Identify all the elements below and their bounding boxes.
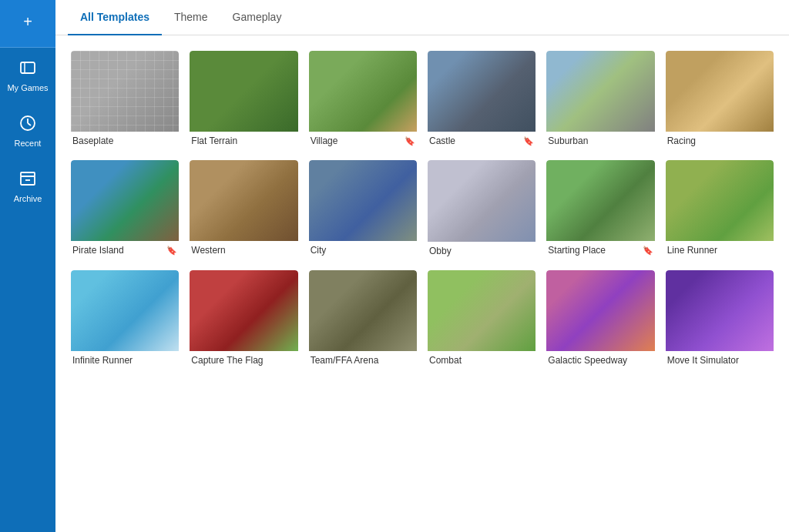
- template-label-pirate-island: Pirate Island🔖: [71, 241, 179, 259]
- template-card-starting-place[interactable]: Starting Place🔖: [546, 160, 654, 259]
- template-label-village: Village🔖: [309, 132, 417, 149]
- template-thumb-city: [309, 160, 417, 241]
- template-card-castle[interactable]: Castle🔖: [428, 51, 536, 149]
- template-label-city: City: [309, 241, 417, 259]
- template-label-racing: Racing: [666, 132, 774, 149]
- template-card-baseplate[interactable]: Baseplate: [71, 51, 179, 149]
- template-thumb-line-runner: [666, 160, 774, 241]
- tab-gameplay[interactable]: Gameplay: [220, 0, 294, 35]
- template-label-text-starting-place: Starting Place: [548, 245, 606, 256]
- template-thumb-pirate-island: [71, 160, 179, 241]
- sidebar-item-my-games[interactable]: My Games: [0, 48, 55, 103]
- thumb-content-starting-place: [546, 160, 654, 241]
- template-label-western: Western: [190, 241, 297, 259]
- new-button[interactable]: +: [0, 0, 55, 48]
- templates-container: BaseplateFlat TerrainVillage🔖Castle🔖Subu…: [71, 51, 774, 369]
- my-games-icon: [18, 59, 37, 79]
- template-thumb-suburban: [546, 51, 654, 132]
- template-label-team-ffa-arena: Team/FFA Arena: [309, 351, 417, 369]
- bookmark-icon-castle: 🔖: [523, 136, 534, 146]
- svg-line-4: [28, 123, 31, 125]
- sidebar-item-recent[interactable]: Recent: [0, 103, 55, 159]
- thumb-content-village: [309, 51, 417, 132]
- thumb-content-combat: [428, 270, 536, 351]
- template-card-galactic-speedway[interactable]: Galactic Speedway: [546, 270, 654, 369]
- thumb-content-galactic-speedway: [546, 270, 654, 351]
- archive-icon: [18, 169, 37, 190]
- template-label-capture-the-flag: Capture The Flag: [190, 351, 297, 369]
- sidebar-item-archive[interactable]: Archive: [0, 159, 55, 214]
- template-label-baseplate: Baseplate: [71, 132, 179, 149]
- template-card-infinite-runner[interactable]: Infinite Runner: [71, 270, 179, 369]
- template-label-text-move-it-simulator: Move It Simulator: [667, 355, 739, 366]
- template-thumb-obby: [428, 160, 536, 241]
- template-card-capture-the-flag[interactable]: Capture The Flag: [190, 270, 297, 369]
- template-thumb-team-ffa-arena: [309, 270, 417, 351]
- template-label-castle: Castle🔖: [428, 132, 536, 149]
- template-card-move-it-simulator[interactable]: Move It Simulator: [666, 270, 774, 369]
- template-label-galactic-speedway: Galactic Speedway: [546, 351, 654, 369]
- template-label-text-infinite-runner: Infinite Runner: [72, 355, 133, 366]
- thumb-content-line-runner: [666, 160, 774, 241]
- template-thumb-racing: [666, 51, 774, 132]
- thumb-content-racing: [666, 51, 774, 132]
- template-label-text-line-runner: Line Runner: [667, 245, 717, 256]
- template-label-text-flat-terrain: Flat Terrain: [191, 136, 237, 146]
- svg-rect-0: [21, 62, 35, 73]
- template-thumb-starting-place: [546, 160, 654, 241]
- template-label-text-obby: Obby: [429, 246, 452, 256]
- template-thumb-infinite-runner: [71, 270, 179, 351]
- template-thumb-baseplate: [71, 51, 179, 132]
- template-label-infinite-runner: Infinite Runner: [71, 351, 179, 369]
- template-label-text-galactic-speedway: Galactic Speedway: [548, 355, 627, 366]
- template-label-text-city: City: [311, 245, 327, 256]
- thumb-content-pirate-island: [71, 160, 179, 241]
- tabs-bar: All Templates Theme Gameplay: [55, 0, 789, 35]
- thumb-content-castle: [428, 51, 536, 132]
- template-card-village[interactable]: Village🔖: [309, 51, 417, 149]
- template-label-flat-terrain: Flat Terrain: [190, 132, 297, 149]
- template-label-text-capture-the-flag: Capture The Flag: [191, 355, 263, 366]
- template-card-obby[interactable]: Obby: [428, 160, 536, 259]
- main-content: All Templates Theme Gameplay BaseplateFl…: [55, 0, 789, 532]
- bookmark-icon-village: 🔖: [405, 136, 415, 146]
- template-thumb-castle: [428, 51, 536, 132]
- thumb-content-city: [309, 160, 417, 241]
- template-label-obby: Obby: [428, 242, 536, 259]
- template-thumb-galactic-speedway: [546, 270, 654, 351]
- sidebar: + My Games Recent Arc: [0, 0, 55, 532]
- template-thumb-move-it-simulator: [666, 270, 774, 351]
- template-card-line-runner[interactable]: Line Runner: [666, 160, 774, 259]
- thumb-content-capture-the-flag: [190, 270, 297, 351]
- template-label-move-it-simulator: Move It Simulator: [666, 351, 774, 369]
- template-grid: BaseplateFlat TerrainVillage🔖Castle🔖Subu…: [55, 35, 789, 532]
- tab-all-templates[interactable]: All Templates: [68, 0, 162, 35]
- template-label-text-village: Village: [311, 136, 338, 146]
- template-label-text-pirate-island: Pirate Island: [72, 245, 124, 256]
- tab-theme[interactable]: Theme: [162, 0, 220, 35]
- template-card-suburban[interactable]: Suburban: [546, 51, 654, 149]
- template-label-text-team-ffa-arena: Team/FFA Arena: [311, 355, 379, 366]
- archive-label: Archive: [14, 194, 42, 203]
- template-label-suburban: Suburban: [546, 132, 654, 149]
- template-card-pirate-island[interactable]: Pirate Island🔖: [71, 160, 179, 259]
- template-card-team-ffa-arena[interactable]: Team/FFA Arena: [309, 270, 417, 369]
- plus-icon: +: [23, 14, 32, 29]
- template-thumb-capture-the-flag: [190, 270, 297, 351]
- template-label-starting-place: Starting Place🔖: [546, 241, 654, 259]
- template-card-combat[interactable]: Combat: [428, 270, 536, 369]
- template-card-city[interactable]: City: [309, 160, 417, 259]
- template-thumb-village: [309, 51, 417, 132]
- template-thumb-flat-terrain: [190, 51, 297, 132]
- thumb-content-infinite-runner: [71, 270, 179, 351]
- thumb-content-flat-terrain: [190, 51, 297, 132]
- thumb-content-obby: [428, 160, 536, 241]
- template-card-flat-terrain[interactable]: Flat Terrain: [190, 51, 297, 149]
- template-label-text-combat: Combat: [429, 355, 462, 366]
- template-card-western[interactable]: Western: [190, 160, 297, 259]
- bookmark-icon-starting-place: 🔖: [643, 246, 653, 256]
- template-label-text-castle: Castle: [429, 136, 455, 146]
- template-card-racing[interactable]: Racing: [666, 51, 774, 149]
- recent-icon: [18, 114, 37, 135]
- bookmark-icon-pirate-island: 🔖: [166, 246, 177, 256]
